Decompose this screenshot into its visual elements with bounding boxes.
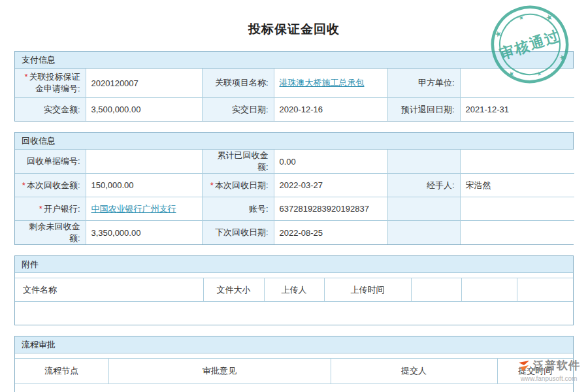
field-label-recovery-amount: *本次回收金额: bbox=[15, 174, 86, 197]
field-value-blank bbox=[460, 221, 574, 245]
required-marker: * bbox=[22, 180, 25, 190]
vendor-logo-url: www.fanpusoft.com bbox=[517, 375, 580, 382]
column-header-blank bbox=[411, 278, 461, 302]
table-row bbox=[15, 384, 573, 392]
field-label-paid-date: 实交日期: bbox=[202, 98, 274, 122]
recovery-section-title: 回收信息 bbox=[15, 133, 573, 150]
field-label-bank: *开户银行: bbox=[15, 197, 86, 221]
column-header-approval-opinion: 审批意见 bbox=[108, 359, 331, 384]
field-value-account: 6372819283920192837 bbox=[274, 197, 387, 221]
field-label-blank bbox=[387, 150, 460, 174]
payment-section: 支付信息 *关联投标保证金申请编号: 2020120007 关联项目名称: 港珠… bbox=[14, 51, 574, 122]
field-value-expected-return-date: 2021-12-31 bbox=[460, 98, 574, 122]
column-header-file-name: 文件名称 bbox=[15, 278, 203, 302]
field-label-paid-amount: 实交金额: bbox=[15, 98, 86, 122]
recovery-table: 回收单据编号: 累计已回收金额: 0.00 *本次回收金额: 150,000.0… bbox=[15, 150, 574, 244]
recovery-section: 回收信息 回收单据编号: 累计已回收金额: 0.00 *本次回收金额: 150,… bbox=[14, 132, 574, 245]
column-header-file-size: 文件大小 bbox=[203, 278, 264, 302]
field-value-remaining: 3,350,000.00 bbox=[86, 221, 202, 245]
field-label-account: 账号: bbox=[202, 197, 274, 221]
field-label-recovery-date: *本次回收日期: bbox=[202, 174, 274, 197]
table-header-row: 流程节点 审批意见 提交人 提交时间 bbox=[15, 359, 573, 384]
table-row: 剩余未回收金额: 3,350,000.00 下次回收日期: 2022-08-25 bbox=[15, 221, 574, 245]
required-marker: * bbox=[39, 204, 42, 214]
field-label-expected-return-date: 预计退回日期: bbox=[387, 98, 460, 122]
field-label-total-recovered: 累计已回收金额: bbox=[202, 150, 274, 174]
required-marker: * bbox=[24, 72, 27, 82]
page-title: 投标保证金回收 bbox=[0, 21, 588, 38]
field-label-owner: 甲方单位: bbox=[387, 69, 460, 98]
table-header-row: 文件名称 文件大小 上传人 上传时间 bbox=[15, 278, 573, 302]
attachments-empty-area bbox=[15, 302, 573, 325]
column-header-uploader: 上传人 bbox=[264, 278, 324, 302]
vendor-logo: 泛普软件 www.fanpusoft.com bbox=[517, 358, 580, 382]
table-row: 实交金额: 3,500,000.00 实交日期: 2020-12-16 预计退回… bbox=[15, 98, 574, 122]
attachments-section-title: 附件 bbox=[15, 256, 573, 273]
field-value-recovery-amount: 150,000.00 bbox=[86, 174, 202, 197]
table-row: *关联投标保证金申请编号: 2020120007 关联项目名称: 港珠澳大桥施工… bbox=[15, 69, 574, 98]
field-value-request-no: 2020120007 bbox=[86, 69, 202, 98]
column-header-blank bbox=[517, 278, 573, 302]
field-label-blank bbox=[387, 221, 460, 245]
approval-table: 流程节点 审批意见 提交人 提交时间 bbox=[15, 358, 573, 392]
table-row bbox=[15, 302, 573, 325]
field-value-handler: 宋浩然 bbox=[460, 174, 574, 197]
field-label-blank bbox=[387, 197, 460, 221]
field-value-blank bbox=[460, 197, 574, 221]
table-row: *开户银行: 中国农业银行广州支行 账号: 637281928392019283… bbox=[15, 197, 574, 221]
field-value-recovery-date: 2022-03-27 bbox=[274, 174, 387, 197]
column-header-flow-node: 流程节点 bbox=[15, 359, 108, 384]
vendor-logo-icon bbox=[517, 359, 531, 372]
attachments-table: 文件名称 文件大小 上传人 上传时间 bbox=[15, 278, 573, 325]
field-value-blank bbox=[460, 150, 574, 174]
table-row: 回收单据编号: 累计已回收金额: 0.00 bbox=[15, 150, 574, 174]
attachments-section: 附件 文件名称 文件大小 上传人 上传时间 bbox=[14, 255, 574, 325]
table-row: *本次回收金额: 150,000.00 *本次回收日期: 2022-03-27 … bbox=[15, 174, 574, 197]
field-value-paid-date: 2020-12-16 bbox=[274, 98, 387, 122]
field-value-total-recovered: 0.00 bbox=[274, 150, 387, 174]
payment-table: *关联投标保证金申请编号: 2020120007 关联项目名称: 港珠澳大桥施工… bbox=[15, 69, 574, 121]
field-label-recovery-doc-no: 回收单据编号: bbox=[15, 150, 86, 174]
column-header-upload-time: 上传时间 bbox=[324, 278, 411, 302]
approval-section-title: 流程审批 bbox=[15, 336, 573, 353]
field-value-next-recovery-date: 2022-08-25 bbox=[274, 221, 387, 245]
field-value-project: 港珠澳大桥施工总承包 bbox=[274, 69, 387, 98]
field-label-project: 关联项目名称: bbox=[202, 69, 274, 98]
column-header-blank bbox=[461, 278, 517, 302]
vendor-logo-name: 泛普软件 bbox=[533, 358, 580, 373]
field-value-recovery-doc-no bbox=[86, 150, 202, 174]
payment-section-title: 支付信息 bbox=[15, 52, 573, 69]
field-value-paid-amount: 3,500,000.00 bbox=[86, 98, 202, 122]
field-label-request-no: *关联投标保证金申请编号: bbox=[15, 69, 86, 98]
approval-empty-area bbox=[15, 384, 573, 392]
field-value-owner bbox=[460, 69, 574, 98]
field-value-bank: 中国农业银行广州支行 bbox=[86, 197, 202, 221]
required-marker: * bbox=[210, 180, 214, 190]
bank-link[interactable]: 中国农业银行广州支行 bbox=[91, 204, 176, 214]
column-header-submitter: 提交人 bbox=[331, 359, 497, 384]
field-label-remaining: 剩余未回收金额: bbox=[15, 221, 86, 245]
approval-section: 流程审批 流程节点 审批意见 提交人 提交时间 bbox=[14, 336, 574, 392]
field-label-handler: 经手人: bbox=[387, 174, 460, 197]
field-label-next-recovery-date: 下次回收日期: bbox=[202, 221, 274, 245]
project-link[interactable]: 港珠澳大桥施工总承包 bbox=[280, 78, 365, 88]
